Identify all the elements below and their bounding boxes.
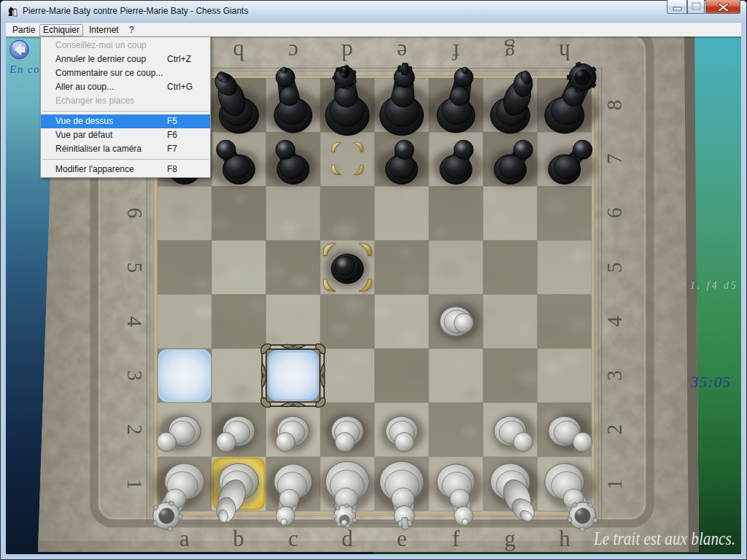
svg-text:6: 6 (603, 208, 626, 219)
svg-text:e: e (397, 39, 407, 65)
svg-text:3: 3 (603, 370, 626, 381)
svg-text:h: h (559, 526, 570, 551)
svg-text:g: g (504, 39, 516, 65)
svg-text:a: a (179, 526, 190, 551)
svg-text:d: d (341, 526, 353, 551)
svg-text:4: 4 (603, 316, 626, 327)
svg-text:g: g (504, 526, 516, 551)
svg-text:3: 3 (123, 370, 147, 381)
svg-text:7: 7 (603, 154, 626, 165)
svg-text:2: 2 (603, 424, 626, 435)
svg-text:c: c (288, 39, 298, 65)
svg-text:c: c (288, 526, 298, 551)
svg-text:1: 1 (603, 479, 626, 490)
svg-text:4: 4 (123, 316, 147, 327)
svg-text:b: b (233, 39, 244, 65)
svg-text:6: 6 (123, 208, 147, 219)
svg-text:35:05: 35:05 (690, 373, 730, 391)
svg-text:8: 8 (603, 100, 626, 111)
svg-text:5: 5 (603, 262, 626, 273)
svg-text:1: 1 (123, 479, 147, 490)
svg-text:e: e (397, 526, 407, 551)
svg-text:f: f (452, 526, 460, 551)
svg-text:h: h (559, 39, 570, 65)
svg-text:b: b (233, 526, 244, 551)
svg-text:f: f (452, 39, 460, 65)
svg-text:2: 2 (123, 424, 147, 435)
svg-text:d: d (341, 39, 353, 65)
svg-text:5: 5 (123, 262, 147, 273)
svg-text:Le trait est aux blancs.: Le trait est aux blancs. (593, 528, 735, 549)
